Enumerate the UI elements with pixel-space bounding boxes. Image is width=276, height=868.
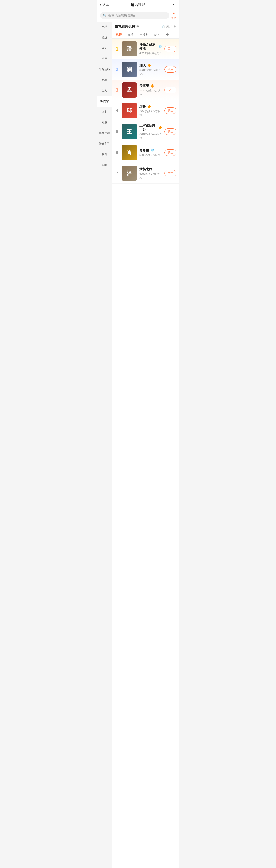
rank-stats: 6484热度 94万小飞侠	[139, 132, 162, 140]
rank-avatar: 潘	[122, 41, 137, 57]
sidebar-item-film[interactable]: 影视综	[97, 96, 112, 106]
rank-info: 肖春生 💎 5505热度 8万粉丝	[139, 148, 162, 157]
main-layout: 发现游戏电竞动漫体育运动明星红人影视综读书闲趣美好生活好好学习校园本地 影视综超…	[97, 22, 179, 868]
fire-badge-icon: 🔶	[147, 63, 151, 67]
rank-item: 7 潘 潘杨之好 5288热度 1万护花人 关注	[112, 163, 179, 184]
sidebar-item-campus[interactable]: 校园	[97, 149, 112, 160]
rank-name-row: 潘杨之好	[139, 167, 162, 171]
header: ‹ 返回 超话社区 ···	[97, 0, 179, 9]
rank-item: 2 澜 澜久 🔶 30311热度 7万块巧克力 关注	[112, 59, 179, 80]
follow-button[interactable]: 关注	[165, 128, 176, 135]
back-arrow-icon: ‹	[100, 3, 101, 7]
avatar-placeholder: 孟	[122, 82, 137, 98]
diamond-badge-icon: 💎	[158, 45, 162, 49]
sidebar-item-reading[interactable]: 读书	[97, 106, 112, 117]
follow-button[interactable]: 关注	[165, 66, 176, 72]
rank-stats: 5505热度 8万粉丝	[139, 153, 162, 157]
follow-button[interactable]: 关注	[165, 87, 176, 93]
sidebar-item-celebrity[interactable]: 明星	[97, 75, 112, 85]
rank-info: 孟宴臣 🔶 14291热度 17万谋臣	[139, 84, 162, 96]
rank-name: 邱饼	[139, 105, 146, 109]
sidebar-item-study[interactable]: 好好学习	[97, 138, 112, 149]
rank-number: 2	[115, 66, 119, 72]
rank-item: 3 孟 孟宴臣 🔶 14291热度 17万谋臣 关注	[112, 80, 179, 100]
rank-number: 6	[115, 151, 119, 155]
sidebar-item-discover[interactable]: 发现	[97, 22, 112, 32]
rank-item: 6 肖 肖春生 💎 5505热度 8万粉丝 关注	[112, 143, 179, 163]
sidebar-item-influencer[interactable]: 红人	[97, 85, 112, 96]
rank-name: 孟宴臣	[139, 84, 149, 88]
rank-name: 王牌部队顾一野	[139, 124, 157, 132]
search-bar: 🔍 搜索你感兴趣的超话 + 创建	[97, 9, 179, 22]
avatar-placeholder: 王	[122, 124, 137, 139]
rank-avatar: 邱	[122, 103, 137, 118]
rank-number: 3	[115, 87, 119, 93]
tabs: 总榜在播电视剧综艺电	[112, 31, 179, 39]
rank-item: 1 潘 潘杨之好刘郑版 💎 49286热度 8万先皇 关注	[112, 39, 179, 59]
rank-avatar: 肖	[122, 145, 137, 160]
sidebar: 发现游戏电竞动漫体育运动明星红人影视综读书闲趣美好生活好好学习校园本地	[97, 22, 112, 868]
avatar-placeholder: 潘	[122, 41, 137, 57]
search-placeholder: 搜索你感兴趣的超话	[108, 13, 135, 18]
rank-name: 潘杨之好刘郑版	[139, 43, 157, 51]
create-button[interactable]: + 创建	[171, 11, 176, 20]
history-label: 历史排行	[166, 25, 176, 29]
rank-info: 潘杨之好刘郑版 💎 49286热度 8万先皇	[139, 43, 162, 55]
tab-variety[interactable]: 综艺	[151, 31, 163, 38]
content-area: 影视综超话排行 🕐 历史排行 总榜在播电视剧综艺电 1 潘 潘杨之好刘郑版 💎 …	[112, 22, 179, 868]
rank-number: 7	[115, 171, 119, 176]
back-label: 返回	[102, 2, 109, 7]
rank-stats: 7455热度 2万芝麻饼	[139, 110, 162, 117]
rank-number: 1	[115, 45, 119, 52]
rank-number: 5	[115, 129, 119, 134]
sidebar-item-hobby[interactable]: 闲趣	[97, 117, 112, 128]
rank-name-row: 潘杨之好刘郑版 💎	[139, 43, 162, 51]
rank-stats: 5288热度 1万护花人	[139, 172, 162, 179]
back-button[interactable]: ‹ 返回	[100, 2, 109, 7]
search-icon: 🔍	[103, 14, 107, 17]
rank-avatar: 潘	[122, 165, 137, 181]
tab-airing[interactable]: 在播	[125, 31, 137, 38]
clock-icon: 🕐	[162, 26, 165, 28]
sidebar-item-game[interactable]: 游戏	[97, 32, 112, 43]
tab-movie[interactable]: 电	[163, 31, 172, 38]
sidebar-item-sports[interactable]: 体育运动	[97, 64, 112, 75]
fire-badge-icon: 🔶	[147, 105, 151, 108]
history-rank-button[interactable]: 🕐 历史排行	[162, 25, 176, 29]
sidebar-item-esports[interactable]: 电竞	[97, 43, 112, 54]
rank-name-row: 肖春生 💎	[139, 148, 162, 152]
rank-name-row: 澜久 🔶	[139, 63, 162, 67]
rank-list: 1 潘 潘杨之好刘郑版 💎 49286热度 8万先皇 关注 2 澜 澜久 🔶 3…	[112, 39, 179, 184]
avatar-placeholder: 澜	[122, 62, 137, 77]
follow-button[interactable]: 关注	[165, 150, 176, 156]
follow-button[interactable]: 关注	[165, 170, 176, 177]
sidebar-item-local[interactable]: 本地	[97, 160, 112, 170]
rank-name: 潘杨之好	[139, 167, 152, 171]
diamond-badge-icon: 💎	[150, 149, 154, 152]
rank-number: 4	[115, 108, 119, 113]
rank-avatar: 王	[122, 124, 137, 139]
rank-item: 5 王 王牌部队顾一野 🔶 6484热度 94万小飞侠 关注	[112, 121, 179, 143]
rank-name-row: 邱饼 🔶	[139, 105, 162, 109]
follow-button[interactable]: 关注	[165, 45, 176, 52]
search-input-wrap[interactable]: 🔍 搜索你感兴趣的超话	[100, 12, 169, 19]
page-title: 超话社区	[130, 2, 146, 7]
rank-stats: 49286热度 8万先皇	[139, 52, 162, 55]
sidebar-item-anime[interactable]: 动漫	[97, 54, 112, 64]
sidebar-item-lifestyle[interactable]: 美好生活	[97, 128, 112, 138]
create-plus: +	[173, 11, 175, 16]
rank-name-row: 孟宴臣 🔶	[139, 84, 162, 88]
tab-drama[interactable]: 电视剧	[137, 31, 151, 38]
rank-item: 4 邱 邱饼 🔶 7455热度 2万芝麻饼 关注	[112, 100, 179, 121]
more-button[interactable]: ···	[172, 2, 176, 7]
tab-total[interactable]: 总榜	[113, 31, 125, 38]
follow-button[interactable]: 关注	[165, 107, 176, 114]
rank-info: 潘杨之好 5288热度 1万护花人	[139, 167, 162, 179]
avatar-placeholder: 潘	[122, 165, 137, 181]
fire-badge-icon: 🔶	[150, 84, 154, 88]
rank-avatar: 孟	[122, 82, 137, 98]
section-title: 影视综超话排行	[115, 25, 139, 29]
avatar-placeholder: 邱	[122, 103, 137, 118]
fire-badge-icon: 🔶	[158, 126, 162, 129]
create-label: 创建	[171, 17, 176, 20]
